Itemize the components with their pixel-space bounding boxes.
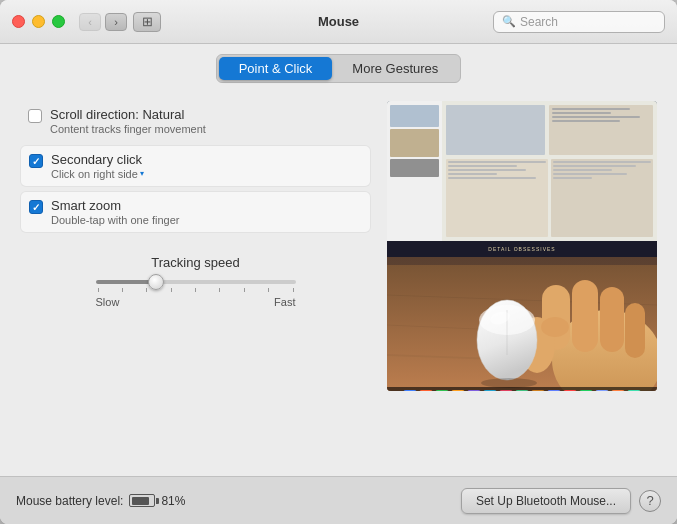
dock-icon (467, 390, 481, 391)
maximize-button[interactable] (52, 15, 65, 28)
nav-buttons: ‹ › (79, 13, 127, 31)
titlebar: ‹ › ⊞ Mouse 🔍 (0, 0, 677, 44)
secondary-click-subtitle: Click on right side (51, 168, 138, 180)
dropdown-arrow-icon: ▾ (140, 169, 144, 178)
preview-banner: DETAIL OBSESSIVES (387, 241, 657, 257)
dock-icon (547, 390, 561, 391)
mouse-hand-illustration (387, 265, 657, 391)
slider-container: Slow Fast (96, 280, 296, 308)
tracking-label: Tracking speed (151, 255, 239, 270)
tabs-bar: Point & Click More Gestures (0, 44, 677, 91)
slider-track (96, 280, 296, 284)
scroll-direction-label: Scroll direction: Natural Content tracks… (50, 107, 206, 135)
preview-bottom (387, 257, 657, 391)
secondary-click-dropdown[interactable]: Click on right side ▾ (51, 167, 144, 180)
slider-tick (98, 288, 99, 292)
tab-more-gestures[interactable]: More Gestures (332, 57, 458, 80)
scroll-direction-title: Scroll direction: Natural (50, 107, 206, 122)
bottom-bar: Mouse battery level: 81% Set Up Bluetoot… (0, 476, 677, 524)
dock-icon (531, 390, 545, 391)
bluetooth-button[interactable]: Set Up Bluetooth Mouse... (461, 488, 631, 514)
search-bar[interactable]: 🔍 (493, 11, 665, 33)
forward-button[interactable]: › (105, 13, 127, 31)
preview-thumb-2 (390, 129, 439, 157)
slider-tick (268, 288, 269, 292)
preview-banner-text: DETAIL OBSESSIVES (488, 246, 555, 252)
minimize-button[interactable] (32, 15, 45, 28)
dock-icon (451, 390, 465, 391)
svg-rect-8 (625, 303, 645, 358)
tab-container: Point & Click More Gestures (216, 54, 462, 83)
dock-icon (563, 390, 577, 391)
secondary-click-row: Secondary click Click on right side ▾ (20, 145, 371, 187)
dock-icon (627, 390, 641, 391)
slider-tick (244, 288, 245, 292)
preview-thumb-3 (390, 159, 439, 177)
tab-point-click[interactable]: Point & Click (219, 57, 333, 80)
svg-point-15 (541, 317, 569, 337)
smart-zoom-checkbox[interactable] (29, 200, 43, 214)
dock-icon (483, 390, 497, 391)
grid-button[interactable]: ⊞ (133, 12, 161, 32)
preview-main-area (442, 101, 657, 241)
search-icon: 🔍 (502, 15, 516, 28)
help-button[interactable]: ? (639, 490, 661, 512)
right-panel: DETAIL OBSESSIVES (387, 101, 657, 391)
preview-sidebar (387, 101, 442, 241)
slider-tick (195, 288, 196, 292)
slider-labels: Slow Fast (96, 296, 296, 308)
close-button[interactable] (12, 15, 25, 28)
smart-zoom-subtitle: Double-tap with one finger (51, 214, 179, 226)
smart-zoom-label: Smart zoom Double-tap with one finger (51, 198, 179, 226)
secondary-click-title: Secondary click (51, 152, 144, 167)
preview-dock (387, 387, 657, 391)
preview-top (387, 101, 657, 241)
window: ‹ › ⊞ Mouse 🔍 Point & Click More Gesture… (0, 0, 677, 524)
slider-ticks (96, 288, 296, 292)
traffic-lights (12, 15, 65, 28)
slider-thumb[interactable] (148, 274, 164, 290)
dock-icon (595, 390, 609, 391)
battery-label: Mouse battery level: (16, 494, 123, 508)
battery-icon (129, 494, 155, 507)
search-input[interactable] (520, 15, 656, 29)
dock-icon (579, 390, 593, 391)
dock-icon (419, 390, 433, 391)
scroll-direction-checkbox[interactable] (28, 109, 42, 123)
svg-rect-7 (600, 287, 624, 352)
svg-rect-6 (572, 280, 598, 352)
scroll-direction-row: Scroll direction: Natural Content tracks… (20, 101, 371, 141)
battery-fill (132, 497, 149, 505)
smart-zoom-row: Smart zoom Double-tap with one finger (20, 191, 371, 233)
slider-slow-label: Slow (96, 296, 120, 308)
scroll-direction-subtitle: Content tracks finger movement (50, 123, 206, 135)
slider-tick (219, 288, 220, 292)
dock-icon (611, 390, 625, 391)
preview-content (387, 101, 657, 241)
dock-icon (499, 390, 513, 391)
secondary-click-label: Secondary click Click on right side ▾ (51, 152, 144, 180)
slider-tick (122, 288, 123, 292)
battery-percent: 81% (161, 494, 185, 508)
main-content: Scroll direction: Natural Content tracks… (0, 91, 677, 476)
slider-tick (171, 288, 172, 292)
smart-zoom-title: Smart zoom (51, 198, 179, 213)
tracking-section: Tracking speed (20, 255, 371, 308)
dock-icon (403, 390, 417, 391)
dock-icon (515, 390, 529, 391)
battery-section: Mouse battery level: 81% (16, 494, 185, 508)
bottom-right: Set Up Bluetooth Mouse... ? (461, 488, 661, 514)
slider-tick (293, 288, 294, 292)
secondary-click-checkbox[interactable] (29, 154, 43, 168)
dock-icon (435, 390, 449, 391)
left-panel: Scroll direction: Natural Content tracks… (20, 101, 371, 476)
back-button[interactable]: ‹ (79, 13, 101, 31)
slider-fast-label: Fast (274, 296, 295, 308)
window-title: Mouse (318, 14, 359, 29)
preview-thumb-1 (390, 105, 439, 127)
slider-tick (146, 288, 147, 292)
